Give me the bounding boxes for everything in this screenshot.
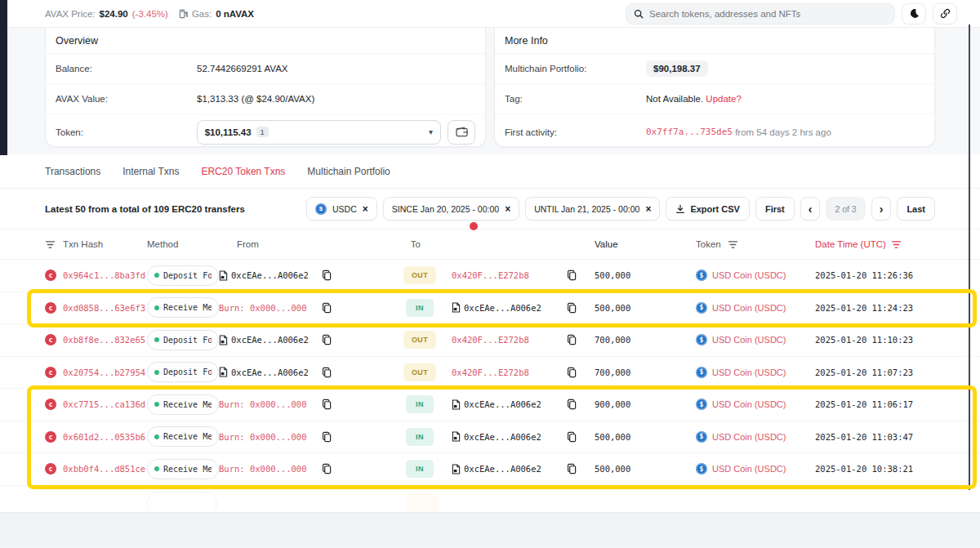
method-pill[interactable]: Deposit Fo... [147, 362, 219, 382]
method-pill[interactable]: Receive Me... [147, 297, 219, 318]
close-icon[interactable]: × [363, 203, 368, 215]
close-icon[interactable]: × [505, 203, 510, 215]
copy-icon[interactable] [567, 334, 577, 345]
tab-internal-txns[interactable]: Internal Txns [122, 166, 179, 177]
pagination-last-button[interactable]: Last [897, 197, 935, 221]
until-filter-chip[interactable]: UNTIL Jan 21, 2025 - 00:00 × [525, 197, 660, 221]
from-address-link[interactable]: 0xcEAe...A006e2 [231, 335, 309, 345]
txn-hash-link[interactable]: 0xb8f8e...832e65 [63, 335, 145, 345]
from-address-link[interactable]: 0xcEAe...A006e2 [231, 270, 309, 280]
to-address-link[interactable]: 0xcEAe...A006e2 [464, 432, 541, 442]
header-from: From [219, 239, 314, 249]
theme-toggle-button[interactable] [902, 3, 926, 25]
status-icon[interactable]: c [45, 431, 56, 443]
copy-icon[interactable] [567, 367, 577, 378]
tab-erc20-token-txns[interactable]: ERC20 Token Txns [201, 166, 285, 177]
export-csv-button[interactable]: Export CSV [666, 197, 750, 221]
status-icon[interactable]: c [45, 463, 56, 474]
txn-hash-link[interactable]: 0x964c1...8ba3fd [63, 270, 145, 280]
first-activity-hash-link[interactable]: 0x7ff7a...735de5 [646, 127, 733, 137]
to-address-link[interactable]: 0x420F...E272b8 [452, 368, 529, 377]
to-address-link[interactable]: 0xcEAe...A006e2 [464, 464, 541, 474]
copy-icon[interactable] [322, 367, 332, 378]
token-link[interactable]: USD Coin (USDC) [712, 464, 786, 474]
copy-icon[interactable] [567, 399, 577, 410]
copy-icon[interactable] [322, 302, 332, 314]
transfer-value: 900,000 [584, 399, 656, 409]
filter-icon[interactable] [45, 240, 56, 249]
tag-update-link[interactable]: Update? [706, 94, 741, 104]
status-icon[interactable]: c [45, 367, 56, 378]
to-address-link[interactable]: 0xcEAe...A006e2 [464, 303, 541, 313]
copy-icon[interactable] [322, 334, 332, 345]
token-holdings-dropdown[interactable]: $10,115.43 1 ▾ [197, 120, 441, 145]
contract-icon [219, 335, 228, 345]
table-row: c 0x601d2...0535b6 Receive Me... Burn: 0… [0, 421, 980, 454]
method-pill[interactable]: Receive Me... [147, 459, 219, 479]
token-link[interactable]: USD Coin (USDC) [712, 399, 786, 409]
from-address-link[interactable]: 0xcEAe...A006e2 [231, 368, 309, 377]
copy-icon[interactable] [322, 399, 332, 410]
avax-value-label: AVAX Value: [56, 94, 197, 104]
balance-value: 52.7442669291 AVAX [197, 64, 287, 74]
method-pill[interactable]: Deposit Fo... [147, 330, 219, 350]
token-link[interactable]: USD Coin (USDC) [712, 303, 786, 313]
method-label: Receive Me... [163, 303, 212, 312]
close-icon[interactable]: × [645, 203, 651, 215]
pagination-next-button[interactable]: › [871, 197, 892, 221]
token-link[interactable]: USD Coin (USDC) [712, 432, 786, 442]
from-address-link[interactable]: Burn: 0x000...000 [219, 432, 306, 442]
wallet-button[interactable] [448, 120, 475, 145]
token-filter-chip[interactable]: $ USDC × [306, 197, 377, 221]
search-box[interactable] [626, 3, 895, 25]
since-filter-label: SINCE Jan 20, 2025 - 00:00 [392, 204, 499, 214]
copy-icon[interactable] [567, 270, 577, 281]
copy-icon[interactable] [567, 431, 577, 443]
token-link[interactable]: USD Coin (USDC) [712, 335, 786, 345]
share-link-button[interactable] [933, 3, 957, 25]
usdc-icon: $ [315, 203, 327, 215]
status-icon[interactable]: c [45, 270, 56, 281]
topbar: AVAX Price: $24.90 (-3.45%) Gas: 0 nAVAX [0, 0, 980, 28]
to-address-link[interactable]: 0xcEAe...A006e2 [464, 399, 541, 409]
txn-hash-link[interactable]: 0xc7715...ca136d [63, 399, 145, 409]
table-row: c 0xc7715...ca136d Receive Me... Burn: 0… [0, 389, 980, 421]
pagination-prev-button[interactable]: ‹ [800, 197, 821, 221]
copy-icon[interactable] [322, 463, 332, 474]
txn-hash-link[interactable]: 0x601d2...0535b6 [63, 432, 145, 442]
copy-icon[interactable] [322, 431, 332, 443]
txn-hash-link[interactable]: 0x20754...b27954 [63, 368, 145, 377]
from-address-link[interactable]: Burn: 0x000...000 [219, 303, 306, 313]
copy-icon[interactable] [567, 302, 577, 314]
status-icon[interactable]: c [45, 399, 56, 410]
txn-hash-link[interactable]: 0xbb0f4...d851ce [63, 464, 145, 474]
status-icon[interactable]: c [45, 302, 56, 314]
to-address-link[interactable]: 0x420F...E272b8 [452, 335, 529, 345]
page-background [0, 512, 980, 547]
since-filter-chip[interactable]: SINCE Jan 20, 2025 - 00:00 × [383, 197, 519, 221]
tab-multichain-portfolio[interactable]: Multichain Portfolio [307, 166, 390, 177]
filter-icon[interactable] [891, 240, 902, 249]
avax-price-change: (-3.45%) [132, 9, 168, 19]
filter-icon[interactable] [728, 240, 738, 249]
annotation-dot [470, 222, 478, 230]
method-pill[interactable]: Deposit Fo... [147, 265, 219, 286]
from-address-link[interactable]: Burn: 0x000...000 [219, 464, 306, 474]
window-edge-strip [0, 0, 7, 155]
token-link[interactable]: USD Coin (USDC) [712, 270, 786, 280]
pagination-first-button[interactable]: First [755, 197, 795, 221]
tab-transactions[interactable]: Transactions [45, 166, 100, 177]
copy-icon[interactable] [567, 463, 577, 474]
copy-icon[interactable] [322, 270, 332, 281]
search-input[interactable] [649, 9, 887, 19]
to-address-link[interactable]: 0x420F...E272b8 [452, 270, 529, 280]
method-pill[interactable]: Receive Me... [147, 426, 219, 447]
usdc-token-icon: $ [696, 334, 707, 345]
status-icon[interactable]: c [45, 334, 56, 345]
txn-hash-link[interactable]: 0xd0858...63e6f3 [63, 303, 145, 313]
method-pill[interactable]: Receive Me... [147, 394, 219, 415]
token-row: Token: $10,115.43 1 ▾ [46, 114, 485, 147]
usdc-token-icon: $ [696, 367, 707, 378]
from-address-link[interactable]: Burn: 0x000...000 [219, 399, 306, 409]
token-link[interactable]: USD Coin (USDC) [712, 368, 786, 377]
